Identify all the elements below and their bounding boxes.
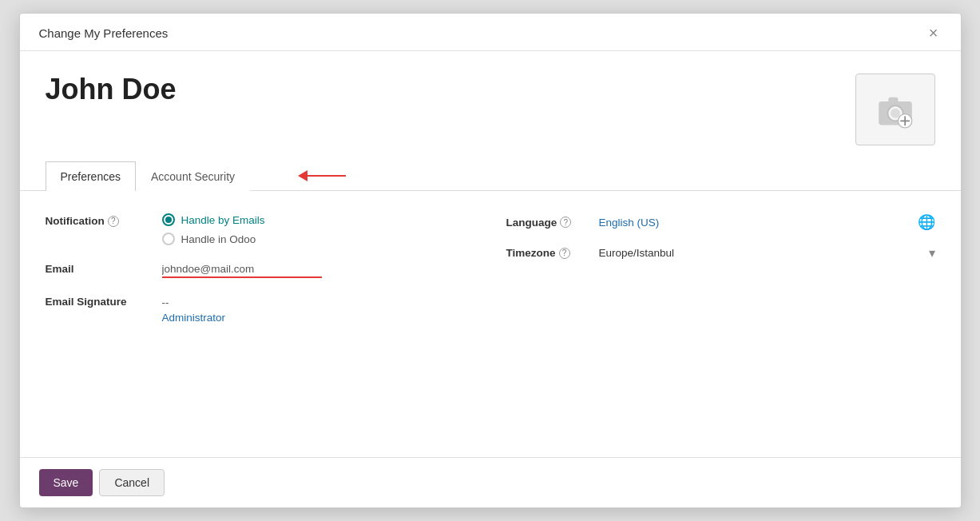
avatar-icon <box>875 89 916 130</box>
dialog-title: Change My Preferences <box>39 26 169 40</box>
form-right: Language ? English (US) 🌐 Timezone ? <box>506 213 935 441</box>
form-left: Notification ? Handle by Emails Handle i… <box>46 213 474 441</box>
radio-circle-email <box>162 213 175 226</box>
tab-preferences[interactable]: Preferences <box>46 161 136 191</box>
arrow-line <box>307 175 346 177</box>
language-field-row: Language ? English (US) 🌐 <box>506 213 935 231</box>
timezone-help-icon[interactable]: ? <box>559 248 570 259</box>
email-field-row: Email <box>46 261 474 278</box>
close-button[interactable]: × <box>926 25 942 41</box>
radio-handle-in-odoo[interactable]: Handle in Odoo <box>162 233 474 245</box>
signature-line1: -- <box>162 294 474 312</box>
arrow-head <box>298 170 307 181</box>
email-field-value <box>162 261 474 278</box>
radio-email-label: Handle by Emails <box>181 214 265 226</box>
radio-odoo-label: Handle in Odoo <box>181 233 256 245</box>
save-button[interactable]: Save <box>39 469 93 496</box>
timezone-field-row: Timezone ? Europe/Istanbul ▾ <box>506 245 935 260</box>
email-input[interactable] <box>162 261 322 278</box>
email-label: Email <box>46 261 149 275</box>
radio-handle-by-emails[interactable]: Handle by Emails <box>162 213 474 226</box>
dialog-header: Change My Preferences × <box>20 14 961 51</box>
preferences-dialog: Change My Preferences × John Doe <box>19 13 962 508</box>
email-signature-field-row: Email Signature -- Administrator <box>46 294 474 324</box>
timezone-select[interactable]: Europe/Istanbul ▾ <box>599 245 935 260</box>
avatar-upload-box[interactable] <box>855 74 935 145</box>
svg-rect-3 <box>888 97 898 103</box>
cancel-button[interactable]: Cancel <box>99 469 165 496</box>
tabs-bar: Preferences Account Security <box>20 161 961 191</box>
form-content: Notification ? Handle by Emails Handle i… <box>20 191 961 457</box>
dialog-footer: Save Cancel <box>20 457 961 507</box>
user-name: John Doe <box>46 74 177 105</box>
user-section: John Doe <box>20 51 961 161</box>
notification-help-icon[interactable]: ? <box>108 216 119 227</box>
signature-line2: Administrator <box>162 312 474 324</box>
notification-label: Notification ? <box>46 213 149 227</box>
language-label: Language ? <box>506 217 586 229</box>
notification-field-row: Notification ? Handle by Emails Handle i… <box>46 213 474 245</box>
timezone-value: Europe/Istanbul <box>599 247 922 259</box>
language-help-icon[interactable]: ? <box>560 217 571 228</box>
tab-account-security[interactable]: Account Security <box>136 161 250 191</box>
globe-icon: 🌐 <box>918 213 935 231</box>
svg-point-2 <box>890 109 899 118</box>
email-signature-label: Email Signature <box>46 294 149 308</box>
tab-arrow-indicator <box>307 175 346 177</box>
email-signature-value: -- Administrator <box>162 294 474 324</box>
notification-options: Handle by Emails Handle in Odoo <box>162 213 474 245</box>
dialog-body: John Doe <box>20 51 961 457</box>
timezone-label: Timezone ? <box>506 247 586 259</box>
language-value: English (US) 🌐 <box>599 213 935 231</box>
dropdown-arrow-icon: ▾ <box>929 245 935 260</box>
radio-circle-odoo <box>162 233 175 245</box>
